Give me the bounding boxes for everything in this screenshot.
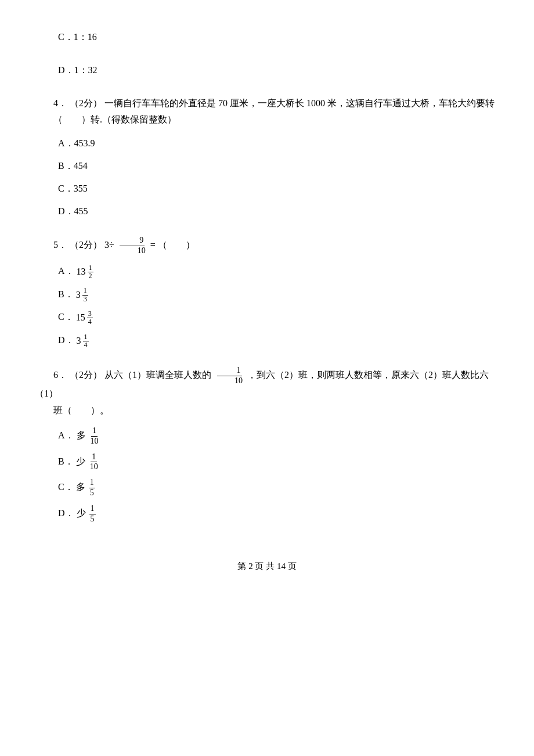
q6-fraction: 1 10 <box>215 366 244 386</box>
q5-score: （2分） <box>70 240 102 250</box>
q6-d-prefix: 少 <box>77 508 86 518</box>
q5-d-whole: 3 <box>77 333 81 350</box>
q6-option-a: A． 多 1 10 <box>58 426 499 447</box>
q5-option-b: B． 3 1 3 <box>58 286 499 304</box>
q5-a-mixed: 13 1 2 <box>77 264 94 280</box>
q6-option-b: B． 少 1 10 <box>58 452 499 473</box>
q5-option-c: C． 15 3 4 <box>58 309 499 326</box>
q5-number: 5． <box>53 240 67 250</box>
q6-continuation: 班（ ）。 <box>35 402 499 419</box>
q4-option-b: B．454 <box>58 158 499 175</box>
q6-a-frac: 1 10 <box>89 426 100 447</box>
question-6: 6． （2分） 从六（1）班调全班人数的 1 10 ，到六（2）班，则两班人数相… <box>35 366 499 524</box>
q5-c-whole: 15 <box>76 309 85 326</box>
q4-continuation: （ ）转.（得数保留整数） <box>35 111 499 128</box>
q4-number: 4． <box>53 98 67 108</box>
question-5-text: 5． （2分） 3÷ 9 10 = （ ） <box>35 236 499 256</box>
q5-b-whole: 3 <box>76 287 81 304</box>
question-4: 4． （2分） 一辆自行车车轮的外直径是 70 厘米，一座大桥长 1000 米，… <box>35 95 499 220</box>
q5-c-frac: 3 4 <box>87 310 93 326</box>
q4-option-d: D．455 <box>58 203 499 220</box>
option-text: C．1：16 <box>58 29 499 46</box>
q6-option-c: C． 多 1 5 <box>58 478 499 498</box>
q6-c-prefix: 多 <box>76 482 85 492</box>
q6-d-frac: 1 5 <box>89 504 96 524</box>
q6-b-prefix: 少 <box>76 456 85 466</box>
q5-fraction: 9 10 <box>118 236 147 256</box>
q6-frac-num: 1 <box>217 366 242 376</box>
q6-score: （2分） <box>70 370 102 380</box>
q5-option-a: A． 13 1 2 <box>58 263 499 280</box>
q5-d-frac: 1 4 <box>83 333 89 349</box>
option-text: D．1：32 <box>58 62 499 79</box>
q5-frac-num: 9 <box>120 236 145 246</box>
q4-body: 一辆自行车车轮的外直径是 70 厘米，一座大桥长 1000 米，这辆自行车通过大… <box>104 98 495 108</box>
q4-option-a: A．453.9 <box>58 135 499 152</box>
q5-a-whole: 13 <box>77 264 86 280</box>
q6-b-frac: 1 10 <box>89 452 99 473</box>
q5-b-mixed: 3 1 3 <box>76 287 89 304</box>
q6-a-prefix: 多 <box>77 430 86 440</box>
option-d-1-32: D．1：32 <box>35 62 499 79</box>
q5-b-frac: 1 3 <box>82 287 88 303</box>
q5-post: = （ ） <box>150 240 195 250</box>
q6-number: 6． <box>53 370 67 380</box>
q5-option-d: D． 3 1 4 <box>58 332 499 350</box>
page-footer: 第 2 页 共 14 页 <box>35 559 499 574</box>
q6-option-d: D． 少 1 5 <box>58 504 499 524</box>
question-4-text: 4． （2分） 一辆自行车车轮的外直径是 70 厘米，一座大桥长 1000 米，… <box>35 95 499 129</box>
q6-c-frac: 1 5 <box>89 478 95 498</box>
q5-frac-den: 10 <box>118 246 147 256</box>
question-5: 5． （2分） 3÷ 9 10 = （ ） A． 13 1 2 B． 3 1 3 <box>35 236 499 349</box>
q6-mid: ，到六（2）班，则两班人数相等，原来六（2）班人数比六（1） <box>35 370 489 399</box>
question-6-text: 6． （2分） 从六（1）班调全班人数的 1 10 ，到六（2）班，则两班人数相… <box>35 366 499 419</box>
q6-frac-den: 10 <box>215 376 244 386</box>
q5-c-mixed: 15 3 4 <box>76 309 93 326</box>
q5-a-frac: 1 2 <box>88 264 93 280</box>
q6-pre: 从六（1）班调全班人数的 <box>104 370 211 380</box>
q5-d-mixed: 3 1 4 <box>77 333 89 350</box>
q5-pre: 3÷ <box>104 240 114 250</box>
option-c-1-16: C．1：16 <box>35 29 499 46</box>
footer-text: 第 2 页 共 14 页 <box>237 561 296 571</box>
q4-score: （2分） <box>70 98 102 108</box>
q4-option-c: C．355 <box>58 181 499 197</box>
